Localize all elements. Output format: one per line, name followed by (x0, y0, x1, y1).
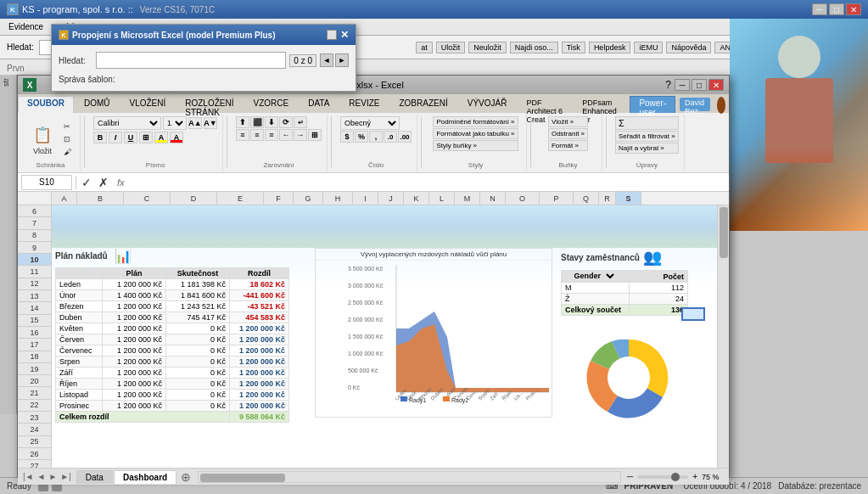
add-sheet-btn[interactable]: ⊕ (177, 470, 194, 484)
paste-button[interactable]: 📋 Vložit (26, 121, 59, 158)
tab-pdf2[interactable]: PDFsam Enhanced Cr (573, 96, 629, 113)
tab-vzorce[interactable]: VZORCE (244, 96, 299, 113)
align-center-btn[interactable]: ≡ (250, 129, 264, 141)
decrease-indent-btn[interactable]: ← (279, 129, 293, 141)
format-painter-btn[interactable]: 🖌 (60, 146, 75, 158)
bg-minimize-btn[interactable]: ─ (812, 3, 827, 15)
tab-next-btn[interactable]: ► (47, 472, 59, 481)
h-scrollbar[interactable] (198, 471, 621, 483)
merge-btn[interactable]: ⊞ (308, 129, 322, 141)
align-right-btn[interactable]: ≡ (265, 129, 278, 141)
zoom-slider[interactable] (637, 475, 688, 479)
tab-first-btn[interactable]: |◄ (21, 472, 36, 481)
bg-btn-iemu[interactable]: iEMU (634, 42, 663, 53)
zoom-thumb[interactable] (671, 473, 680, 481)
border-btn[interactable]: ⊞ (139, 132, 153, 143)
bg-menu-evidence[interactable]: Evidence (3, 20, 48, 33)
col-q: Q (574, 192, 599, 205)
dialog-arrow-right[interactable]: ► (335, 53, 349, 67)
formula-input[interactable] (132, 175, 725, 190)
dialog-search-input[interactable] (96, 52, 286, 69)
gender-filter[interactable] (603, 272, 617, 281)
bg-btn-najdi[interactable]: Najdi oso... (510, 42, 558, 53)
tab-soubor[interactable]: SOUBOR (18, 96, 74, 113)
dialog-checkbox[interactable] (327, 30, 337, 40)
excel-minimize-btn[interactable]: ─ (675, 79, 690, 91)
dialog-close-btn[interactable]: ✕ (340, 29, 349, 41)
increase-indent-btn[interactable]: → (294, 129, 307, 141)
formula-cancel-btn[interactable]: ✗ (97, 176, 110, 189)
dialog-arrow-left[interactable]: ◄ (320, 53, 333, 67)
decrease-font-btn[interactable]: A▼ (204, 117, 217, 129)
fill-color-btn[interactable]: A (154, 132, 168, 143)
excel-restore-btn[interactable]: □ (692, 79, 707, 91)
currency-btn[interactable]: $ (340, 131, 354, 143)
tab-pdf1[interactable]: PDF Architect 6 Creat (517, 96, 572, 113)
increase-font-btn[interactable]: A▲ (188, 117, 202, 129)
sep6 (606, 116, 607, 167)
scroll-thumb-v[interactable] (720, 207, 728, 258)
tab-vyvojar[interactable]: VÝVOJÁŘ (458, 96, 517, 113)
align-mid-btn[interactable]: ⬛ (250, 116, 264, 128)
tab-zobrazeni[interactable]: ZOBRAZENÍ (389, 96, 456, 113)
decrease-dec-btn[interactable]: .0 (384, 131, 397, 143)
number-format-select[interactable]: Obecný (340, 116, 400, 130)
h-scroll-thumb[interactable] (200, 474, 285, 482)
bold-btn[interactable]: B (93, 132, 107, 143)
excel-help-icon[interactable]: ? (665, 79, 671, 91)
sheet-tab-data[interactable]: Data (76, 470, 113, 484)
copy-btn[interactable]: ⊡ (60, 133, 75, 145)
sum-btn[interactable]: Σ (615, 116, 679, 130)
orient-btn[interactable]: ⟳ (279, 116, 293, 128)
format-btn[interactable]: Formát » (548, 140, 588, 151)
table-row: Srpen 1 200 000 Kč 0 Kč 1 200 000 Kč (56, 356, 289, 368)
tab-revize[interactable]: REVIZE (339, 96, 389, 113)
wrap-text-btn[interactable]: ↵ (294, 116, 307, 128)
align-left-btn[interactable]: ≡ (236, 129, 249, 141)
underline-btn[interactable]: U (124, 132, 137, 143)
bg-btn-at[interactable]: at (416, 42, 433, 53)
col-headers: A B C D E F G H I J K L M N O P Q R S (18, 192, 729, 205)
align-top-btn[interactable]: ⬆ (236, 116, 249, 128)
bg-btn-helpdesk[interactable]: Helpdesk (589, 42, 631, 53)
zoom-out-btn[interactable]: ─ (624, 472, 636, 481)
sheet-tab-dashboard[interactable]: Dashboard (114, 470, 176, 484)
bg-btn-ulozit[interactable]: Uložit (436, 42, 466, 53)
italic-btn[interactable]: I (109, 132, 122, 143)
delete-btn[interactable]: Odstranit » (548, 128, 588, 139)
zoom-in-btn[interactable]: + (690, 472, 700, 481)
donut-svg (561, 323, 697, 433)
tab-data[interactable]: DATA (299, 96, 339, 113)
insert-btn[interactable]: Vložit » (548, 116, 588, 127)
conditional-format-btn[interactable]: Podmíněné formátování » (433, 116, 518, 127)
bg-close-btn[interactable]: ✕ (846, 3, 861, 15)
font-select[interactable]: Calibri (93, 116, 161, 130)
bg-maximize-btn[interactable]: □ (829, 3, 844, 15)
find-btn[interactable]: Najít a vybrat » (615, 143, 679, 154)
cell-styles-btn[interactable]: Styly buňky » (433, 140, 518, 151)
cell-reference[interactable] (21, 175, 72, 190)
tab-power[interactable]: Power-user (630, 96, 675, 113)
increase-dec-btn[interactable]: .00 (398, 131, 412, 143)
format-table-btn[interactable]: Formátovat jako tabulku » (433, 128, 518, 139)
bg-btn-neulozit[interactable]: Neuložit (468, 42, 507, 53)
tab-rozlozeni[interactable]: ROZLOŽENÍ STRÁNK (176, 96, 243, 113)
sort-btn[interactable]: Seřadit a filtrovat » (615, 131, 679, 142)
percent-btn[interactable]: % (355, 131, 368, 143)
font-size-select[interactable]: 11 (163, 116, 187, 130)
bg-btn-napoveda[interactable]: Nápověda (666, 42, 711, 53)
bg-btn-tisk[interactable]: Tisk (562, 42, 585, 53)
tab-vlozeni[interactable]: VLOŽENÍ (120, 96, 175, 113)
highlighted-cell-s10[interactable] (681, 307, 705, 321)
tab-last-btn[interactable]: ►| (59, 472, 73, 481)
vertical-scrollbar[interactable] (717, 205, 729, 485)
tab-domu[interactable]: DOMŮ (75, 96, 120, 113)
excel-close-btn[interactable]: ✕ (708, 79, 724, 91)
month-cell: Září (56, 368, 103, 379)
tab-prev-btn[interactable]: ◄ (36, 472, 48, 481)
cut-btn[interactable]: ✂ (60, 121, 75, 132)
formula-check-btn[interactable]: ✓ (80, 176, 93, 189)
comma-btn[interactable]: , (369, 131, 383, 143)
font-color-btn[interactable]: A (170, 132, 183, 143)
align-bot-btn[interactable]: ⬇ (265, 116, 278, 128)
